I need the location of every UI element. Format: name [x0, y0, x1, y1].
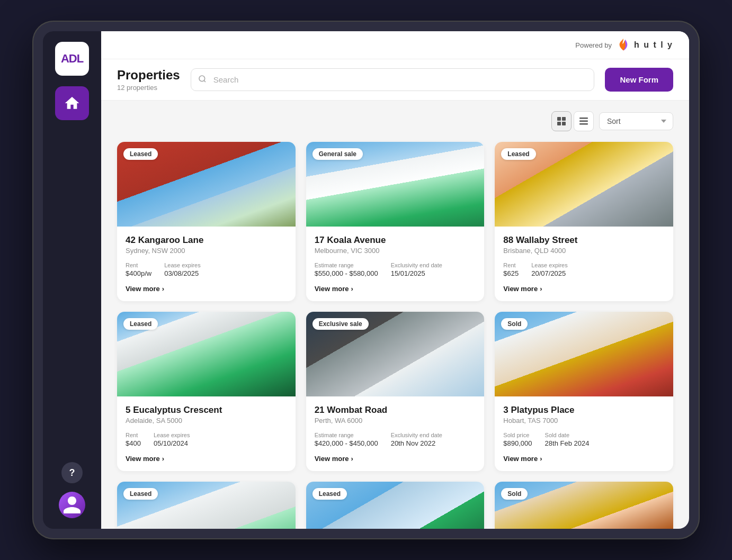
- svg-point-0: [199, 76, 205, 82]
- card-address: 42 Kangaroo Lane: [126, 235, 287, 246]
- card-detail-group: Rent $400p/w: [126, 262, 151, 277]
- card-detail-group: Lease expires 20/07/2025: [531, 262, 568, 277]
- property-card: General sale 17 Koala Avenue Melbourne, …: [306, 142, 485, 301]
- card-badge: Sold: [501, 488, 528, 500]
- top-bar: Powered by h u t l y: [101, 31, 689, 59]
- property-card: Leased 42 Kangaroo Lane Sydney, NSW 2000…: [117, 142, 296, 301]
- svg-rect-2: [557, 117, 561, 121]
- card-address: 5 Eucalyptus Crescent: [126, 405, 287, 416]
- card-address: 88 Wallaby Street: [503, 235, 665, 246]
- card-badge: Leased: [123, 148, 158, 160]
- card-badge: General sale: [313, 148, 363, 160]
- view-more-link[interactable]: View more ›: [503, 285, 665, 293]
- card-detail-group: Exclusivity end date 15/01/2025: [391, 262, 442, 277]
- card-suburb: Hobart, TAS 7000: [503, 417, 665, 424]
- grid-view-button[interactable]: [551, 111, 572, 131]
- card-badge: Leased: [123, 488, 158, 500]
- page-title: Properties: [117, 68, 180, 83]
- svg-rect-8: [579, 123, 588, 125]
- card-detail-group: Sold date 28th Feb 2024: [545, 432, 590, 447]
- card-detail-value: $550,000 - $580,000: [315, 269, 378, 277]
- property-card: Leased 5 Eucalyptus Crescent Adelaide, S…: [117, 312, 296, 471]
- card-detail-label: Estimate range: [315, 432, 378, 438]
- card-address: 17 Koala Avenue: [315, 235, 476, 246]
- chevron-right-icon: ›: [540, 455, 542, 463]
- card-detail-group: Estimate range $420,000 - $450,000: [315, 432, 378, 447]
- view-more-link[interactable]: View more ›: [503, 455, 665, 463]
- card-detail-group: Lease expires 05/10/2024: [154, 432, 190, 447]
- svg-rect-5: [562, 122, 566, 125]
- card-suburb: Sydney, NSW 2000: [126, 247, 287, 255]
- card-details: Sold price $890,000 Sold date 28th Feb 2…: [503, 432, 665, 447]
- property-card: Sold 3 Platypus Place Hobart, TAS 7000 S…: [495, 312, 673, 471]
- card-detail-value: $400p/w: [126, 269, 151, 277]
- view-toggle: [551, 111, 594, 131]
- card-detail-group: Rent $400: [126, 432, 141, 447]
- card-detail-group: Sold price $890,000: [503, 432, 532, 447]
- card-suburb: Brisbane, QLD 4000: [503, 247, 665, 255]
- app-logo: ADL: [55, 42, 89, 76]
- page-title-group: Properties 12 properties: [117, 68, 180, 92]
- view-more-link[interactable]: View more ›: [315, 285, 476, 293]
- chevron-right-icon: ›: [351, 455, 353, 463]
- card-image: Leased: [117, 142, 296, 227]
- card-details: Rent $625 Lease expires 20/07/2025: [503, 262, 665, 277]
- card-detail-label: Sold price: [503, 432, 532, 438]
- card-body: 42 Kangaroo Lane Sydney, NSW 2000 Rent $…: [117, 227, 296, 301]
- powered-by-label: Powered by: [575, 41, 612, 49]
- view-more-link[interactable]: View more ›: [126, 455, 287, 463]
- property-card: Leased 88 Wallaby Street Brisbane, QLD 4…: [495, 142, 673, 301]
- list-view-button[interactable]: [574, 111, 594, 131]
- svg-rect-3: [562, 117, 566, 121]
- chevron-right-icon: ›: [162, 455, 164, 463]
- card-detail-label: Rent: [126, 432, 141, 438]
- svg-line-1: [204, 80, 206, 82]
- view-more-link[interactable]: View more ›: [315, 455, 476, 463]
- property-card: Sold 22 Acacia Road Gold Coast, QLD 4217…: [495, 482, 673, 529]
- card-detail-label: Estimate range: [315, 262, 378, 268]
- card-detail-value: 20/07/2025: [531, 269, 568, 277]
- card-image: Leased: [117, 482, 296, 529]
- card-body: 88 Wallaby Street Brisbane, QLD 4000 Ren…: [495, 227, 673, 301]
- chevron-right-icon: ›: [540, 285, 542, 293]
- sidebar-item-properties[interactable]: [55, 86, 89, 120]
- avatar-icon: [61, 494, 83, 516]
- card-detail-label: Lease expires: [154, 432, 190, 438]
- list-icon: [579, 117, 588, 125]
- search-input[interactable]: [191, 68, 595, 91]
- card-badge: Exclusive sale: [313, 318, 369, 330]
- toolbar: Sort Name A-Z Name Z-A Newest Oldest: [117, 111, 673, 131]
- header-section: Properties 12 properties New Form: [101, 59, 689, 101]
- new-form-button[interactable]: New Form: [605, 68, 673, 92]
- hutly-logo: h u t l y: [615, 38, 673, 52]
- content-area: Sort Name A-Z Name Z-A Newest Oldest Lea…: [101, 101, 689, 529]
- svg-rect-7: [579, 121, 588, 122]
- avatar[interactable]: [59, 492, 85, 518]
- card-badge: Leased: [123, 318, 158, 330]
- card-details: Rent $400 Lease expires 05/10/2024: [126, 432, 287, 447]
- card-image: Leased: [306, 482, 485, 529]
- card-detail-value: 15/01/2025: [391, 269, 442, 277]
- card-detail-value: $890,000: [503, 439, 532, 447]
- svg-rect-6: [579, 118, 588, 119]
- card-body: 21 Wombat Road Perth, WA 6000 Estimate r…: [306, 396, 485, 471]
- card-address: 21 Wombat Road: [315, 405, 476, 416]
- card-detail-group: Exclusivity end date 20th Nov 2022: [391, 432, 442, 447]
- card-detail-label: Exclusivity end date: [391, 432, 442, 438]
- card-badge: Sold: [501, 318, 528, 330]
- page-subtitle: 12 properties: [117, 84, 180, 92]
- hutly-brand-name: h u t l y: [634, 40, 673, 50]
- card-suburb: Melbourne, VIC 3000: [315, 247, 476, 255]
- card-image: Sold: [495, 312, 673, 396]
- card-badge: Leased: [313, 488, 347, 500]
- help-button[interactable]: ?: [61, 462, 83, 483]
- card-details: Estimate range $550,000 - $580,000 Exclu…: [315, 262, 476, 277]
- card-image: Sold: [495, 482, 673, 529]
- card-suburb: Perth, WA 6000: [315, 417, 476, 424]
- view-more-link[interactable]: View more ›: [126, 285, 287, 293]
- sort-select[interactable]: Sort Name A-Z Name Z-A Newest Oldest: [599, 112, 673, 130]
- home-icon: [64, 95, 81, 112]
- svg-rect-4: [557, 122, 561, 125]
- card-suburb: Adelaide, SA 5000: [126, 417, 287, 424]
- card-detail-label: Lease expires: [531, 262, 568, 268]
